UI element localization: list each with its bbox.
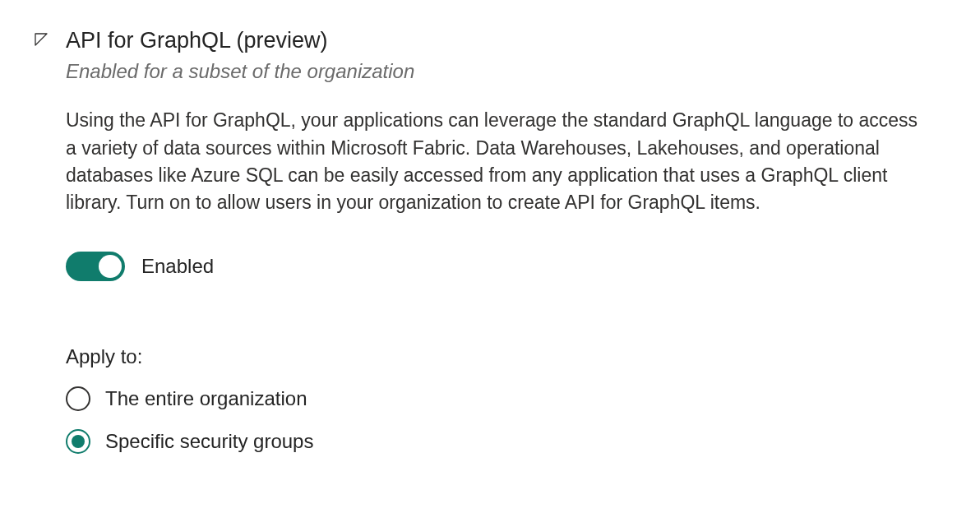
content-column: API for GraphQL (preview) Enabled for a …	[66, 26, 929, 472]
setting-title: API for GraphQL (preview)	[66, 26, 929, 55]
setting-description: Using the API for GraphQL, your applicat…	[66, 107, 929, 216]
setting-subtitle: Enabled for a subset of the organization	[66, 58, 929, 84]
toggle-label: Enabled	[141, 255, 214, 278]
enable-toggle[interactable]	[66, 252, 125, 281]
toggle-knob	[99, 255, 122, 278]
radio-label: The entire organization	[105, 387, 307, 410]
apply-to-heading: Apply to:	[66, 345, 929, 368]
expand-column	[33, 26, 53, 51]
apply-to-section: Apply to: The entire organization Specif…	[66, 345, 929, 454]
radio-selected-dot	[72, 435, 85, 448]
setting-block: API for GraphQL (preview) Enabled for a …	[33, 26, 947, 472]
radio-icon	[66, 386, 90, 411]
radio-specific-security-groups[interactable]: Specific security groups	[66, 429, 929, 454]
radio-entire-organization[interactable]: The entire organization	[66, 386, 929, 411]
toggle-row: Enabled	[66, 252, 929, 281]
expand-collapse-icon[interactable]	[33, 31, 53, 51]
radio-label: Specific security groups	[105, 430, 313, 453]
radio-icon	[66, 429, 90, 454]
